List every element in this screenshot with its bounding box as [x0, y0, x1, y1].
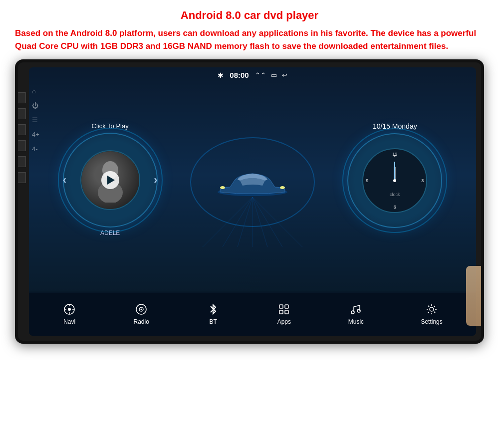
svg-rect-28	[279, 305, 283, 308]
svg-rect-30	[279, 310, 283, 314]
clock-date: 10/15 Monday	[373, 122, 417, 130]
svg-line-12	[252, 197, 282, 247]
nav-label-bt: BT	[209, 318, 217, 325]
side-btn-6[interactable]	[17, 172, 26, 183]
clock-dot-12	[394, 155, 396, 157]
svg-point-17	[280, 186, 285, 189]
clock-9: 9	[366, 178, 368, 183]
status-icons: ⌃⌃ ▭ ↩	[255, 71, 287, 79]
svg-line-8	[223, 197, 252, 247]
music-nav: ‹ ›	[63, 174, 158, 187]
side-btn-3[interactable]	[17, 124, 26, 135]
svg-point-20	[68, 308, 71, 311]
clock-label-text: clock	[390, 192, 400, 197]
nav-item-radio[interactable]: Radio	[133, 302, 149, 325]
nav-label-music: Music	[348, 318, 364, 325]
page-title: Android 8.0 car dvd player	[15, 9, 484, 22]
clock-widget: 10/15 Monday 12 3 6	[335, 122, 455, 252]
window-icon: ▭	[271, 71, 277, 79]
bt-icon	[206, 302, 220, 316]
main-content: Click To Play	[29, 83, 476, 291]
nav-label-settings: Settings	[421, 318, 442, 325]
back-icon: ↩	[282, 71, 287, 79]
side-buttons	[17, 92, 26, 183]
nav-item-navi[interactable]: Navi	[62, 302, 76, 325]
clock-6: 6	[394, 205, 396, 210]
side-btn-power[interactable]	[17, 92, 26, 103]
radio-icon	[134, 302, 148, 316]
next-button[interactable]: ›	[154, 174, 157, 187]
prev-button[interactable]: ‹	[63, 174, 66, 187]
svg-point-34	[430, 307, 434, 311]
car-unit: ✱ 08:00 ⌃⌃ ▭ ↩ ⌂ ⏻ ☰ 4+ 4- Clic	[15, 59, 484, 344]
car-screen: ✱ 08:00 ⌃⌃ ▭ ↩ ⌂ ⏻ ☰ 4+ 4- Clic	[29, 67, 476, 336]
nav-item-bt[interactable]: BT	[206, 302, 220, 325]
clock-time: 08:00	[230, 71, 249, 79]
grid-svg	[203, 197, 302, 247]
side-btn-2[interactable]	[17, 108, 26, 119]
bluetooth-icon: ✱	[218, 71, 224, 79]
nav-label-apps: Apps	[277, 318, 291, 325]
nav-label-radio: Radio	[133, 318, 149, 325]
music-icon	[349, 302, 363, 316]
nav-label-navi: Navi	[63, 318, 75, 325]
page-description: Based on the Android 8.0 platform, users…	[15, 27, 484, 53]
nav-item-apps[interactable]: Apps	[277, 302, 291, 325]
nav-item-music[interactable]: Music	[348, 302, 364, 325]
svg-rect-29	[285, 305, 288, 308]
page-wrapper: Android 8.0 car dvd player Based on the …	[0, 0, 499, 448]
apps-icon	[277, 302, 291, 316]
up-icon: ⌃⌃	[255, 71, 266, 79]
clock-center-dot	[393, 179, 396, 182]
clock-3: 3	[421, 178, 424, 183]
side-btn-5[interactable]	[17, 156, 26, 167]
center-area	[203, 127, 302, 247]
text-section: Android 8.0 car dvd player Based on the …	[15, 9, 484, 53]
navi-icon	[62, 302, 76, 316]
svg-point-18	[220, 186, 225, 189]
settings-icon	[425, 302, 439, 316]
bottom-nav: Navi Radio BT	[29, 292, 476, 336]
music-widget[interactable]: Click To Play	[50, 122, 170, 252]
hand-right	[466, 266, 484, 326]
clock-face: 12 3 6 9	[362, 148, 427, 213]
minute-hand	[394, 162, 395, 181]
music-label: Click To Play	[92, 122, 129, 130]
svg-point-27	[141, 309, 142, 310]
nav-item-settings[interactable]: Settings	[421, 302, 442, 325]
music-artist: ADELE	[100, 229, 120, 236]
status-bar: ✱ 08:00 ⌃⌃ ▭ ↩	[29, 67, 476, 83]
svg-rect-31	[285, 310, 288, 314]
side-btn-4[interactable]	[17, 140, 26, 151]
clock-circle: 12 3 6 9	[347, 133, 442, 228]
car-svg	[213, 160, 292, 200]
